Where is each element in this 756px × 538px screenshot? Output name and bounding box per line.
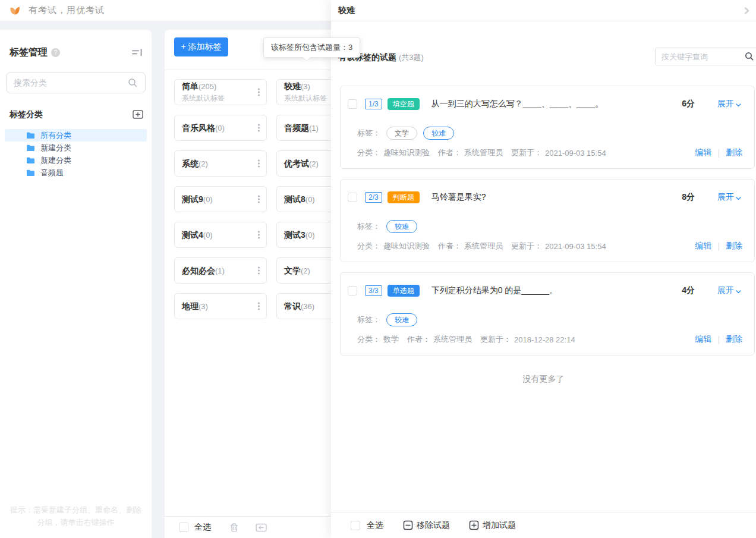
tag-card-yinyuefengge[interactable]: 音乐风格(0) (174, 115, 267, 141)
drawer-title: 较难 (338, 5, 355, 16)
folder-icon (26, 169, 35, 177)
tag-menu-icon[interactable] (258, 267, 260, 275)
tag-sub-label: 系统默认标签 (182, 93, 251, 103)
question-score: 8分 (682, 192, 695, 203)
question-list-count: (共3题) (399, 52, 424, 63)
question-index: 3/3 (365, 285, 382, 296)
tag-card-jiandan[interactable]: 简单(205) 系统默认标签 (174, 79, 267, 105)
tag-menu-icon[interactable] (258, 231, 260, 239)
author-value: 系统管理员 (464, 241, 503, 251)
category-value: 趣味知识测验 (383, 241, 430, 251)
expand-link[interactable]: 展开 (717, 285, 741, 296)
expand-link[interactable]: 展开 (717, 99, 741, 109)
question-tag-pill[interactable]: 较难 (423, 127, 454, 140)
tag-card-ceshi9[interactable]: 测试9(0) (174, 186, 267, 212)
action-divider: | (717, 241, 720, 251)
question-tag-pill[interactable]: 较难 (386, 313, 417, 326)
question-type-badge: 判断题 (388, 191, 420, 203)
collapse-drawer-icon[interactable] (742, 6, 751, 15)
action-divider: | (717, 148, 720, 158)
question-checkbox[interactable] (348, 286, 357, 295)
question-tag-pill[interactable]: 文学 (386, 127, 417, 140)
tag-count-tooltip: 该标签所包含试题量：3 (263, 37, 360, 58)
search-icon[interactable] (745, 52, 754, 61)
updated-value: 2018-12-28 22:14 (514, 335, 575, 344)
expand-link[interactable]: 展开 (717, 192, 741, 203)
tag-card-bizhibihui[interactable]: 必知必会(1) (174, 257, 267, 284)
question-card: 1/3 填空题 从一到三的大写怎么写？____、____、____。 6分 展开… (340, 86, 755, 169)
remove-questions-button[interactable]: 移除试题 (403, 520, 450, 531)
select-all-checkbox[interactable] (179, 523, 188, 532)
drawer-header: 较难 (331, 0, 756, 21)
chevron-down-icon (736, 197, 741, 200)
question-text: 从一到三的大写怎么写？____、____、____。 (431, 99, 603, 109)
tag-card-ceshi4[interactable]: 测试4(0) (174, 222, 267, 248)
question-checkbox[interactable] (348, 99, 357, 109)
minus-square-icon (403, 520, 413, 530)
question-card: 3/3 单选题 下列定积分结果为0 的是______。 4分 展开 标签： 较难… (340, 272, 755, 355)
add-questions-button[interactable]: 增加试题 (469, 520, 516, 531)
sidebar-hint-text: 提示：需要新建子分组、重命名、删除分组，请单击右键操作 (8, 504, 143, 528)
move-to-folder-icon[interactable] (255, 523, 267, 533)
question-score: 6分 (682, 99, 695, 109)
search-icon[interactable] (128, 78, 138, 88)
delete-link[interactable]: 删除 (726, 147, 742, 158)
author-value: 系统管理员 (464, 147, 503, 158)
category-search-box[interactable] (6, 72, 146, 93)
edit-link[interactable]: 编辑 (695, 241, 711, 251)
folder-icon (26, 144, 35, 152)
select-all-label: 全选 (367, 520, 383, 531)
tag-card-dili[interactable]: 地理(3) (174, 293, 267, 319)
help-icon[interactable] (51, 48, 60, 57)
add-category-icon[interactable] (132, 109, 144, 120)
updated-label: 更新于： (511, 241, 542, 251)
select-all-checkbox[interactable] (351, 521, 360, 530)
tree-item-new-category-1[interactable]: 新建分类 (5, 141, 147, 154)
question-list: 1/3 填空题 从一到三的大写怎么写？____、____、____。 6分 展开… (331, 86, 756, 385)
tag-menu-icon[interactable] (258, 196, 260, 203)
question-type-badge: 单选题 (388, 285, 420, 297)
category-search-input[interactable] (14, 78, 128, 87)
category-value: 趣味知识测验 (383, 147, 430, 158)
keyword-search-input[interactable] (662, 52, 745, 61)
question-index: 2/3 (365, 192, 382, 203)
page-title: 标签管理 (10, 46, 48, 59)
question-index: 1/3 (365, 99, 382, 109)
author-label: 作者： (438, 241, 461, 251)
add-tag-button[interactable]: + 添加标签 (174, 37, 228, 56)
edit-link[interactable]: 编辑 (695, 147, 711, 158)
tag-menu-icon[interactable] (258, 303, 260, 310)
chevron-down-icon (736, 103, 741, 107)
tree-item-all-categories[interactable]: 所有分类 (5, 129, 147, 141)
tag-card-xitong[interactable]: 系统(2) (174, 150, 267, 177)
delete-tags-icon[interactable] (229, 522, 240, 533)
tag-management-sidebar: 标签管理 标签分类 所有分类 (0, 30, 152, 538)
updated-value: 2021-09-03 15:54 (545, 149, 606, 158)
select-all-label: 全选 (194, 522, 211, 533)
tag-menu-icon[interactable] (258, 89, 260, 96)
keyword-search-box[interactable] (655, 48, 756, 65)
delete-link[interactable]: 删除 (726, 334, 742, 345)
tree-item-audio-questions[interactable]: 音频题 (5, 166, 147, 179)
tag-questions-drawer: 较难 有该标签的试题 (共3题) 1/3 填空题 从一到三的大写怎么写？____… (331, 0, 756, 538)
tree-item-new-category-2[interactable]: 新建分类 (5, 154, 147, 166)
tags-label: 标签： (357, 128, 380, 139)
tooltip-arrow (303, 57, 310, 61)
question-score: 4分 (682, 285, 695, 296)
no-more-text: 没有更多了 (331, 374, 756, 385)
tag-menu-icon[interactable] (258, 160, 260, 168)
folder-icon (26, 131, 35, 139)
category-value: 数学 (383, 334, 399, 345)
chevron-down-icon (736, 290, 741, 294)
plus-square-icon (469, 520, 479, 530)
question-tag-pill[interactable]: 较难 (386, 220, 417, 233)
question-checkbox[interactable] (348, 193, 357, 202)
author-label: 作者： (407, 334, 430, 345)
delete-link[interactable]: 删除 (726, 241, 742, 251)
question-type-badge: 填空题 (388, 98, 420, 110)
panel-toggle-icon[interactable] (131, 48, 143, 58)
tree-item-label: 新建分类 (40, 143, 71, 153)
tag-menu-icon[interactable] (258, 124, 260, 132)
edit-link[interactable]: 编辑 (695, 334, 711, 345)
tags-label: 标签： (357, 221, 380, 232)
